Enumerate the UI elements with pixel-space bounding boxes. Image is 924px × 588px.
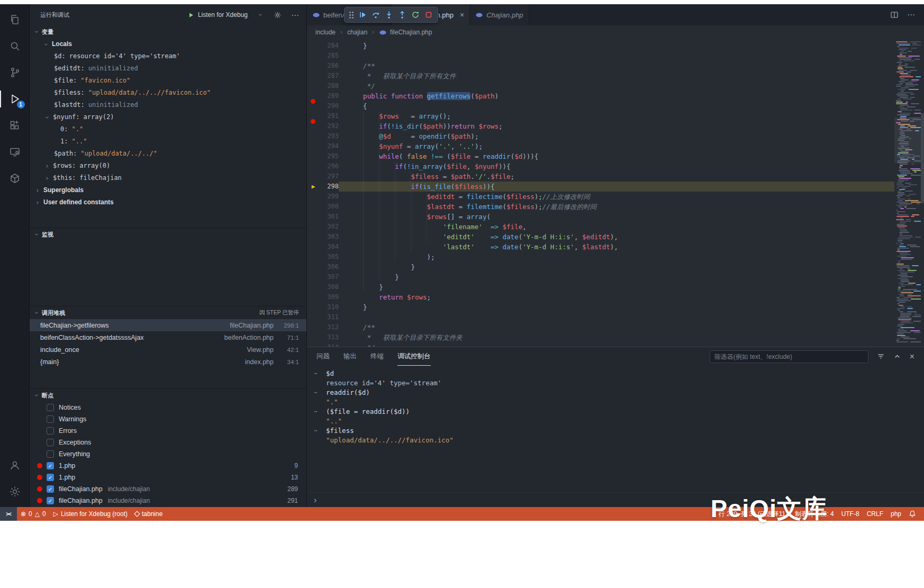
minimap-slider[interactable] [894,117,921,163]
encoding-setting[interactable]: UTF-8 [838,510,863,518]
maximize-panel-icon[interactable] [893,352,901,360]
explorer-icon[interactable] [0,6,30,33]
settings-gear-icon[interactable] [0,478,30,505]
variable-row[interactable]: $editdt:uninitialized [30,62,306,75]
breakpoints-section-header[interactable]: 断点 [30,389,306,402]
tab-terminal[interactable]: 终端 [370,347,384,366]
variable-row[interactable]: $lastdt:uninitialized [30,99,306,111]
checkbox-unchecked[interactable] [47,439,54,446]
debug-console[interactable]: →$dresource id='4' type='stream'→readdir… [307,366,924,492]
code-line[interactable]: 284 } [307,41,894,51]
code-line[interactable]: 295 while( false !== ($file = readdir($d… [307,151,894,161]
run-debug-icon[interactable]: 1 [0,86,30,112]
continue-button[interactable] [356,8,369,22]
breadcrumb-item[interactable]: fileChajian.php [390,29,432,36]
locals-group[interactable]: Locals [30,38,306,50]
tab-problems[interactable]: 问题 [316,347,330,366]
variable-row[interactable]: $nyunf:array(2) [30,111,306,123]
breakpoint-option[interactable]: Warnings [30,413,306,425]
code-line[interactable]: 291 $rows = array(); [307,111,894,121]
variable-group[interactable]: User defined constants [30,196,306,209]
current-line-arrow-icon[interactable]: ▶ [307,182,320,192]
extensions-icon[interactable] [0,112,30,139]
language-mode[interactable]: php [887,510,905,518]
checkbox-checked[interactable]: ✓ [47,462,54,469]
callstack-frame[interactable]: include_onceView.php42:1 [30,343,306,356]
debug-status[interactable]: ▷ Listen for Xdebug (root) [50,507,131,521]
source-control-icon[interactable] [0,59,30,86]
variable-row[interactable]: 0:"." [30,123,306,135]
code-line[interactable]: 304 'lastdt' => date('Y-m-d H:i:s', $las… [307,242,894,252]
callstack-frame[interactable]: {main}index.php34:1 [30,356,306,368]
variable-row[interactable]: $path:"upload/data/../../" [30,148,306,160]
step-over-button[interactable] [369,8,382,22]
tabnine-status[interactable]: tabnine [131,507,166,521]
code-line[interactable]: 292 if(!is_dir($path))return $rows; [307,121,894,131]
more-actions-icon[interactable]: ⋯ [907,10,916,20]
close-panel-icon[interactable]: × [910,352,914,361]
debug-config-dropdown[interactable]: Listen for Xdebug [188,11,263,19]
code-line[interactable]: 301 $rows[] = array( [307,212,894,222]
breakpoint-option[interactable]: Notices [30,402,306,413]
close-icon[interactable]: × [460,11,464,19]
variable-row[interactable]: $this:fileChajian [30,172,306,184]
code-line[interactable]: 307 } [307,272,894,282]
breakpoint-option[interactable]: Everything [30,448,306,460]
breadcrumb-item[interactable]: include [315,29,336,36]
breakpoint-entry[interactable]: ✓1.php9 [30,460,306,472]
start-debug-icon[interactable] [188,12,194,18]
code-line[interactable]: 302 'filename' => $file, [307,222,894,232]
notifications-bell-icon[interactable] [905,510,920,518]
editor-scrollbar[interactable] [921,39,924,347]
checkbox-checked[interactable]: ✓ [47,485,54,493]
watch-section-header[interactable]: 监视 [30,228,306,241]
search-icon[interactable] [0,33,30,59]
checkbox-unchecked[interactable] [47,427,54,435]
breakpoint-entry[interactable]: ✓1.php13 [30,472,306,483]
variable-row[interactable]: $rows:array(0) [30,160,306,172]
breakpoint-option[interactable]: Exceptions [30,437,306,448]
package-icon[interactable] [0,165,30,192]
code-line[interactable]: 313 * 获取某个目录下所有文件夹 [307,332,894,342]
step-into-button[interactable] [382,8,395,22]
restart-button[interactable] [409,8,422,22]
code-line[interactable]: 308 } [307,282,894,292]
checkbox-unchecked[interactable] [47,415,54,423]
filter-lines-icon[interactable] [877,352,885,360]
code-line[interactable]: 300 $lastdt = filemtime($filess);//最后修改的… [307,202,894,212]
callstack-frame[interactable]: beifenClassAction->getdatssssAjaxbeifenA… [30,331,306,343]
variable-row[interactable]: $file:"favicon.ico" [30,75,306,87]
sidebar-more-icon[interactable]: ⋯ [291,11,299,19]
code-editor[interactable]: 284 }285286 /**287 * 获取某个目录下所有文件288 */28… [307,39,924,347]
code-line[interactable]: 306 } [307,262,894,272]
debug-settings-gear-icon[interactable] [274,11,282,19]
checkbox-checked[interactable]: ✓ [47,474,54,481]
checkbox-unchecked[interactable] [47,450,54,458]
variable-row[interactable]: 1:".." [30,135,306,148]
code-line[interactable]: 311 [307,312,894,322]
variable-row[interactable]: $d:resource id='4' type='stream' [30,50,306,62]
tab-chajian[interactable]: Chajian.php [470,4,529,25]
code-line[interactable]: 294 $nyunf = array('.', '..'); [307,141,894,151]
code-line[interactable]: 312 /** [307,322,894,332]
tab-debug-console[interactable]: 调试控制台 [397,347,431,366]
variable-row[interactable]: $filess:"upload/data/../..//favicon.ico" [30,87,306,99]
split-editor-icon[interactable] [890,11,899,19]
code-line[interactable]: ▶298 if(is_file($filess)){ [307,182,894,192]
checkbox-unchecked[interactable] [47,404,54,411]
problems-status[interactable]: ⊗ 0 △ 0 [17,507,50,521]
code-line[interactable]: 299 $editdt = filectime($filess);//上次修改时… [307,192,894,202]
code-line[interactable]: 296 if(!in_array($file, $nyunf)){ [307,161,894,171]
step-out-button[interactable] [395,8,409,22]
variable-group[interactable]: Superglobals [30,184,306,196]
code-line[interactable]: 314 */ [307,342,894,347]
console-filter-input[interactable] [710,350,868,363]
tab-output[interactable]: 输出 [343,347,357,366]
eol-setting[interactable]: CRLF [863,510,887,518]
breakpoint-entry[interactable]: ✓fileChajian.phpinclude/chajian289 [30,483,306,495]
code-line[interactable]: 286 /** [307,61,894,71]
breadcrumb-item[interactable]: chajian [347,29,367,36]
code-line[interactable]: 309 return $rows; [307,292,894,302]
code-line[interactable]: 290 { [307,101,894,111]
remote-explorer-icon[interactable] [0,139,30,165]
